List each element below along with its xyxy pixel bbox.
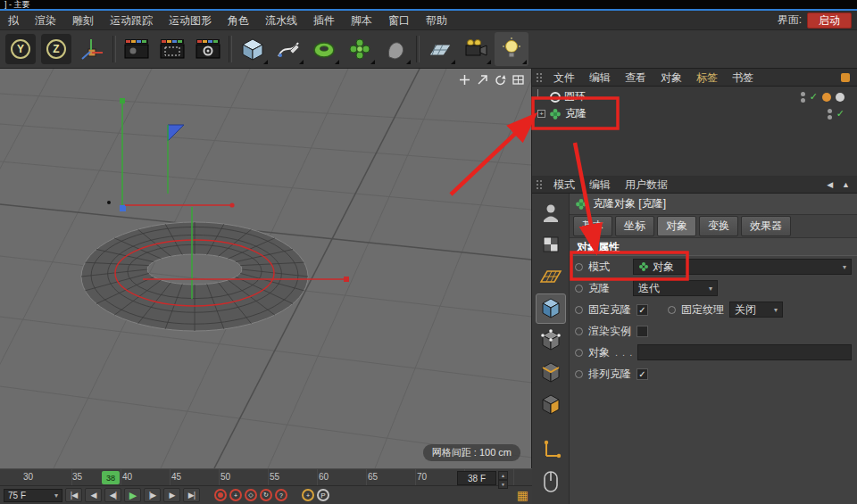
om-menu-object[interactable]: 对象 (654, 69, 688, 87)
clone-mode-dropdown[interactable]: 迭代 ▾ (633, 280, 718, 296)
perspective-viewport[interactable]: 网格间距 : 100 cm (0, 69, 532, 468)
object-row-circle[interactable]: 圆环 ✓ (532, 88, 857, 105)
tab-transform[interactable]: 变换 (699, 216, 738, 236)
prev-key-button[interactable]: ◀ (85, 488, 102, 502)
coordinate-system-icon[interactable] (75, 32, 109, 66)
render-settings-button[interactable] (191, 32, 225, 66)
viewport-zoom-icon[interactable] (477, 74, 488, 86)
keyframe-dot-icon[interactable] (668, 306, 676, 314)
tab-coordinates[interactable]: 坐标 (615, 216, 654, 236)
object-row-cloner[interactable]: + 克隆 ✓ (532, 105, 857, 122)
menu-character[interactable]: 角色 (220, 11, 257, 30)
om-menu-tags[interactable]: 标签 (690, 69, 724, 87)
object-name[interactable]: 克隆 (565, 106, 587, 121)
camera-button[interactable] (459, 32, 493, 66)
spinner-up-icon[interactable]: ▲ (498, 471, 508, 480)
panel-grip-icon[interactable] (536, 72, 543, 83)
workplane-mode-icon[interactable] (536, 261, 566, 292)
enable-axis-icon[interactable] (536, 434, 566, 465)
spline-pen-button[interactable] (271, 32, 305, 66)
render-view-button[interactable] (120, 32, 154, 66)
floor-environment-button[interactable] (423, 32, 457, 66)
record-pla-button[interactable]: P (317, 489, 329, 501)
goto-start-button[interactable]: |◀ (65, 488, 82, 502)
render-to-picture-viewer-button[interactable] (155, 32, 189, 66)
object-tag-icon[interactable] (822, 93, 831, 102)
fix-clone-checkbox[interactable]: ✓ (637, 304, 648, 316)
keyframe-dot-icon[interactable] (575, 306, 583, 314)
menu-simulate[interactable]: 拟 (0, 11, 27, 30)
menu-help[interactable]: 帮助 (418, 11, 455, 30)
subdivision-surface-button[interactable] (307, 32, 341, 66)
menu-plugins[interactable]: 插件 (305, 11, 343, 30)
add-cube-button[interactable] (236, 32, 270, 66)
next-key-button[interactable]: ▶ (163, 488, 180, 502)
viewport-solo-icon[interactable] (536, 467, 566, 497)
panel-tab-icon[interactable] (841, 73, 850, 82)
viewport-pan-icon[interactable] (459, 74, 470, 86)
make-editable-icon[interactable] (536, 197, 566, 227)
timeline-ruler[interactable]: 30 35 40 45 50 55 60 65 70 38 38 F ▲ ▼ (0, 468, 532, 486)
goto-end-button[interactable]: ▶| (183, 488, 200, 502)
prev-frame-button[interactable]: ◀| (104, 488, 121, 502)
point-mode-icon[interactable] (536, 326, 566, 356)
render-instance-checkbox[interactable] (637, 326, 648, 337)
phong-tag-icon[interactable] (836, 93, 845, 102)
keyframe-dot-icon[interactable] (575, 263, 583, 271)
viewport-rotate-icon[interactable] (495, 74, 506, 86)
keyframe-dot-icon[interactable] (575, 285, 583, 293)
om-menu-view[interactable]: 查看 (619, 69, 653, 87)
record-parameter-button[interactable]: ? (275, 489, 287, 501)
polygon-mode-icon[interactable] (536, 390, 566, 420)
null-axis-gizmo[interactable] (107, 98, 235, 211)
next-frame-button[interactable]: |▶ (144, 488, 161, 502)
menu-script[interactable]: 脚本 (343, 11, 380, 30)
object-mode-icon[interactable] (536, 293, 566, 324)
panel-up-icon[interactable]: ▲ (842, 180, 850, 189)
frame-spinner[interactable]: ▲ ▼ (498, 471, 508, 485)
play-button[interactable]: ▶ (124, 488, 141, 502)
record-rotation-button[interactable]: ↻ (260, 489, 272, 501)
max-frame-field[interactable]: 75 F ▾ (4, 489, 62, 502)
axis-z-button[interactable]: Z (39, 32, 73, 66)
edge-mode-icon[interactable] (536, 358, 566, 388)
menu-pipeline[interactable]: 流水线 (257, 11, 305, 30)
menu-window[interactable]: 窗口 (380, 11, 418, 30)
object-name[interactable]: 圆环 (564, 89, 586, 104)
current-frame-field[interactable]: 38 F (457, 471, 496, 485)
mograph-cloner-button[interactable] (343, 32, 377, 66)
arrange-clone-checkbox[interactable]: ✓ (637, 368, 648, 380)
panel-grip-icon[interactable] (536, 179, 543, 190)
visibility-dots[interactable] (828, 109, 832, 120)
history-back-icon[interactable]: ◀ (827, 180, 833, 189)
autokey-button[interactable]: + (302, 489, 314, 501)
viewport-toggle-icon[interactable] (512, 74, 524, 86)
record-keyframe-button[interactable] (214, 489, 227, 501)
keyframe-dot-icon[interactable] (575, 349, 583, 357)
keyframe-presets-icon[interactable]: ▦ (517, 489, 528, 501)
om-menu-edit[interactable]: 编辑 (583, 69, 617, 87)
am-menu-edit[interactable]: 编辑 (583, 176, 617, 194)
record-scale-button[interactable]: ◇ (245, 489, 257, 501)
am-menu-userdata[interactable]: 用户数据 (619, 176, 674, 194)
spinner-down-icon[interactable]: ▼ (498, 480, 508, 489)
keyframe-dot-icon[interactable] (575, 370, 583, 378)
tab-effectors[interactable]: 效果器 (741, 216, 791, 236)
om-menu-bookmarks[interactable]: 书签 (726, 69, 760, 87)
menu-sculpt[interactable]: 雕刻 (64, 11, 102, 30)
object-link-field[interactable] (637, 344, 852, 360)
torus-object[interactable] (81, 222, 308, 331)
deformer-button[interactable] (379, 32, 412, 66)
light-button[interactable] (495, 32, 528, 66)
menu-render[interactable]: 渲染 (27, 11, 64, 30)
menu-mograph[interactable]: 运动图形 (161, 11, 220, 30)
record-position-button[interactable]: + (229, 489, 242, 501)
keyframe-dot-icon[interactable] (575, 327, 583, 335)
visibility-dots[interactable] (801, 92, 805, 103)
interface-layout-button[interactable]: 启动 (807, 12, 852, 29)
am-menu-mode[interactable]: 模式 (547, 176, 581, 194)
expander-icon[interactable]: + (537, 110, 545, 118)
menu-motion-tracking[interactable]: 运动跟踪 (102, 11, 161, 30)
enabled-check-icon[interactable]: ✓ (810, 91, 818, 103)
tab-basic[interactable]: 基本 (573, 216, 612, 236)
